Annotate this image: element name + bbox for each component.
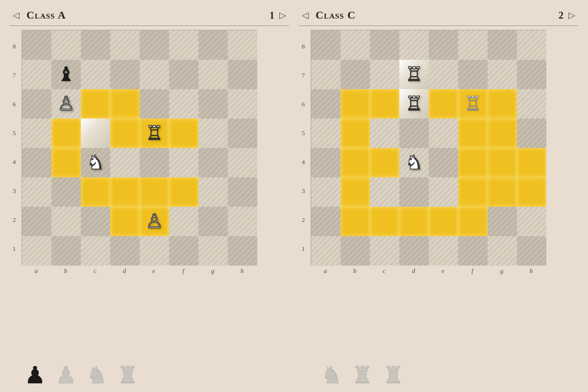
cell[interactable]: ♝	[51, 60, 81, 89]
cell[interactable]	[311, 89, 341, 119]
cell[interactable]	[110, 236, 140, 266]
cell[interactable]	[341, 236, 370, 266]
cell[interactable]	[51, 148, 81, 177]
cell[interactable]	[81, 236, 110, 266]
cell[interactable]	[370, 30, 399, 60]
cell[interactable]	[81, 207, 110, 236]
cell[interactable]	[341, 89, 370, 119]
cell[interactable]	[488, 177, 517, 207]
cell[interactable]	[517, 207, 546, 236]
chess-piece[interactable]: ♙	[146, 212, 163, 231]
cell[interactable]	[110, 60, 140, 89]
cell[interactable]	[341, 177, 370, 207]
cell[interactable]	[228, 119, 257, 148]
cell[interactable]	[110, 89, 140, 119]
cell[interactable]	[22, 207, 51, 236]
cell[interactable]: ♖	[399, 89, 429, 119]
cell[interactable]	[399, 119, 429, 148]
cell[interactable]	[169, 177, 198, 207]
cell[interactable]	[110, 207, 140, 236]
chess-piece[interactable]: ♖	[405, 65, 423, 84]
cell[interactable]	[81, 119, 110, 148]
cell[interactable]	[22, 89, 51, 119]
cell[interactable]	[370, 207, 399, 236]
cell[interactable]	[458, 177, 488, 207]
chess-piece[interactable]: ♖	[405, 94, 423, 114]
cell[interactable]	[228, 89, 257, 119]
cell[interactable]	[370, 60, 399, 89]
cell[interactable]	[458, 236, 488, 266]
panel-a-prev-arrow[interactable]: ◁	[10, 10, 23, 21]
cell[interactable]	[429, 60, 458, 89]
tray-rook-left[interactable]: ♜	[117, 364, 138, 387]
cell[interactable]	[341, 119, 370, 148]
cell[interactable]	[311, 207, 341, 236]
cell[interactable]	[429, 148, 458, 177]
cell[interactable]	[22, 148, 51, 177]
cell[interactable]	[458, 119, 488, 148]
cell[interactable]	[458, 148, 488, 177]
tray-rook-right-2[interactable]: ♜	[383, 364, 404, 387]
tray-pawn-active[interactable]: ♟	[24, 364, 46, 387]
chess-piece[interactable]: ♝	[57, 65, 75, 84]
cell[interactable]	[22, 60, 51, 89]
cell[interactable]	[110, 148, 140, 177]
cell[interactable]	[228, 30, 257, 60]
cell[interactable]	[399, 177, 429, 207]
cell[interactable]	[51, 30, 81, 60]
cell[interactable]: ♖	[399, 60, 429, 89]
cell[interactable]	[517, 30, 546, 60]
cell[interactable]	[51, 119, 81, 148]
cell[interactable]	[228, 207, 257, 236]
cell[interactable]	[169, 119, 198, 148]
cell[interactable]	[399, 207, 429, 236]
cell[interactable]	[140, 177, 169, 207]
cell[interactable]	[228, 236, 257, 266]
cell[interactable]: ♙	[51, 89, 81, 119]
cell[interactable]	[311, 148, 341, 177]
cell[interactable]	[488, 119, 517, 148]
cell[interactable]	[51, 207, 81, 236]
cell[interactable]	[228, 177, 257, 207]
cell[interactable]	[488, 89, 517, 119]
cell[interactable]: ♙	[140, 207, 169, 236]
cell[interactable]	[517, 89, 546, 119]
cell[interactable]	[488, 60, 517, 89]
cell[interactable]	[110, 30, 140, 60]
cell[interactable]	[399, 236, 429, 266]
cell[interactable]	[488, 148, 517, 177]
cell[interactable]	[140, 148, 169, 177]
cell[interactable]	[140, 30, 169, 60]
cell[interactable]	[198, 207, 228, 236]
cell[interactable]	[228, 148, 257, 177]
cell[interactable]	[81, 89, 110, 119]
cell[interactable]	[81, 177, 110, 207]
cell[interactable]	[311, 177, 341, 207]
panel-a-next-arrow[interactable]: ▷	[276, 10, 289, 21]
cell[interactable]	[370, 89, 399, 119]
cell[interactable]	[81, 60, 110, 89]
panel-c-next-arrow[interactable]: ▷	[565, 10, 578, 21]
cell[interactable]	[22, 236, 51, 266]
cell[interactable]	[198, 148, 228, 177]
cell[interactable]: ♞	[81, 148, 110, 177]
cell[interactable]	[198, 60, 228, 89]
cell[interactable]	[429, 30, 458, 60]
cell[interactable]	[458, 30, 488, 60]
chess-piece[interactable]: ♖	[464, 94, 482, 114]
tray-knight-left[interactable]: ♞	[86, 364, 107, 387]
cell[interactable]	[311, 119, 341, 148]
cell[interactable]	[311, 236, 341, 266]
tray-knight-right[interactable]: ♞	[321, 364, 342, 387]
cell[interactable]	[140, 89, 169, 119]
cell[interactable]	[311, 60, 341, 89]
cell[interactable]	[370, 148, 399, 177]
cell[interactable]	[429, 236, 458, 266]
chess-piece[interactable]: ♙	[57, 94, 75, 114]
chess-piece[interactable]: ♖	[146, 123, 163, 143]
cell[interactable]	[458, 60, 488, 89]
tray-rook-right-1[interactable]: ♜	[352, 364, 373, 387]
cell[interactable]	[517, 148, 546, 177]
cell[interactable]	[517, 119, 546, 148]
cell[interactable]	[198, 30, 228, 60]
